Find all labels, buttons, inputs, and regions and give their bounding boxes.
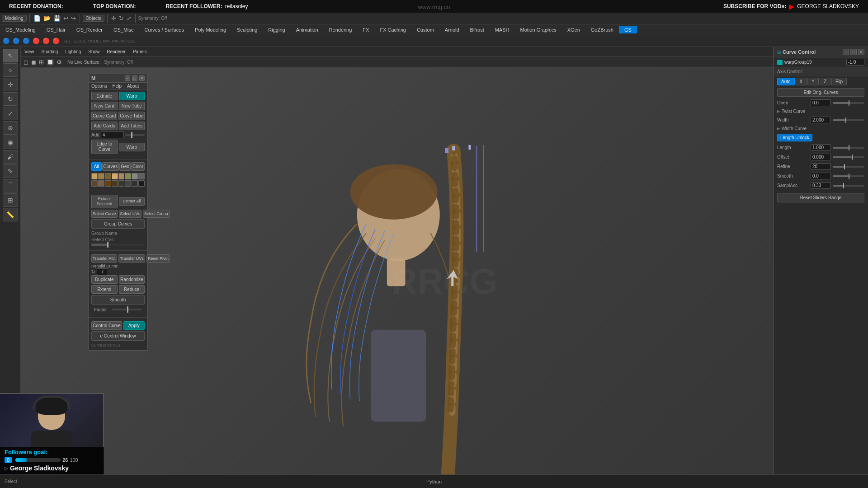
swatch-16[interactable] — [138, 180, 145, 187]
swatch-7[interactable] — [132, 173, 138, 179]
vp-icon3[interactable]: ⊞ — [38, 58, 45, 66]
swatch-1[interactable] — [91, 173, 98, 179]
group-curves-btn[interactable]: Group Curves — [91, 219, 145, 229]
add-tubes-btn[interactable]: Add Tubes — [119, 122, 145, 130]
swatch-8[interactable] — [138, 173, 145, 179]
new-scene-icon[interactable]: 📄 — [33, 14, 42, 22]
shading-menu[interactable]: Shading — [38, 48, 62, 55]
new-tube-btn[interactable]: New Tube — [119, 102, 145, 110]
orien-input[interactable] — [811, 99, 831, 106]
axis-auto-btn[interactable]: Auto — [777, 78, 795, 85]
group-value-input[interactable] — [846, 59, 864, 66]
extract-all-btn[interactable]: Extract All — [119, 197, 145, 206]
axis-flip-btn[interactable]: Flip — [831, 78, 847, 85]
menu-gs-hair[interactable]: GS_Hair — [41, 26, 71, 33]
open-icon[interactable]: 📂 — [42, 14, 52, 22]
menu-arnold[interactable]: Arnold — [439, 26, 465, 33]
vp-icon5[interactable]: ⚙ — [56, 58, 63, 66]
refine-slider[interactable] — [833, 166, 864, 168]
show-menu[interactable]: Show — [85, 48, 103, 55]
menu-curves-surfaces[interactable]: Curves / Surfaces — [139, 26, 189, 33]
minimize-btn[interactable]: − — [125, 75, 130, 81]
randomize-btn[interactable]: Randomize — [119, 275, 145, 284]
swatch-13[interactable] — [118, 180, 125, 187]
length-unlock-btn[interactable]: Length Unlock — [777, 134, 812, 141]
scale-icon[interactable]: ⤢ — [126, 14, 132, 22]
extrude-btn[interactable]: Extrude — [91, 92, 118, 100]
select-uvs-btn[interactable]: Select UVs — [119, 210, 142, 218]
curve-card-btn[interactable]: Curve Card — [91, 112, 117, 120]
offset-slider[interactable] — [833, 156, 864, 158]
add-input[interactable] — [101, 131, 124, 138]
sculpt-tool[interactable]: 🖌 — [3, 150, 18, 164]
menu-xgen[interactable]: XGen — [562, 26, 585, 33]
reset-sliders-btn[interactable]: Reset Sliders Range — [777, 193, 864, 202]
menu-gs-modeling[interactable]: GS_Modeling — [0, 26, 41, 33]
new-card-btn[interactable]: New Card — [91, 102, 118, 110]
curve-tool[interactable]: ⌒ — [3, 179, 18, 192]
duplicate-btn[interactable]: Duplicate — [91, 275, 118, 284]
smooth-input-rp[interactable] — [811, 173, 831, 179]
cvs-slider-bg[interactable] — [91, 244, 145, 246]
curve-tube-btn[interactable]: Curve Tube — [118, 112, 145, 120]
menu-poly-modeling[interactable]: Poly Modeling — [189, 26, 231, 33]
add-cards-btn[interactable]: Add Cards — [91, 122, 118, 130]
menu-fx[interactable]: FX — [357, 26, 374, 33]
extend-btn[interactable]: Extend — [91, 285, 118, 294]
objects-btn[interactable]: Objects — [83, 15, 104, 22]
apply-btn[interactable]: Apply — [123, 321, 145, 330]
reduce-btn[interactable]: Reduce — [119, 285, 145, 294]
swatch-3[interactable] — [105, 173, 111, 179]
undo-icon[interactable]: ↩ — [62, 14, 69, 22]
rp-close[interactable]: ✕ — [858, 49, 864, 55]
swatch-5[interactable] — [118, 173, 125, 179]
swatch-14[interactable] — [125, 180, 131, 187]
vp-icon1[interactable]: ◻ — [23, 58, 29, 66]
menu-fx-caching[interactable]: FX Caching — [374, 26, 411, 33]
move-tool[interactable]: ✛ — [3, 78, 18, 91]
menu-custom[interactable]: Custom — [411, 26, 439, 33]
maximize-btn[interactable]: □ — [132, 75, 137, 81]
menu-motion-graphics[interactable]: Motion Graphics — [515, 26, 562, 33]
tab-all[interactable]: All — [91, 162, 102, 171]
warp-btn2[interactable]: Warp — [119, 143, 145, 151]
tab-color[interactable]: Color — [131, 162, 145, 171]
mode-dropdown[interactable]: Modeling — [2, 15, 27, 22]
orien-slider[interactable] — [833, 102, 864, 104]
edit-orig-curves-btn[interactable]: Edit Orig. Curves — [777, 88, 864, 97]
refine-input[interactable] — [811, 163, 831, 170]
snap-tool[interactable]: ⊞ — [3, 193, 18, 207]
select-curve-btn[interactable]: Select Curve — [91, 210, 118, 218]
control-curve-btn[interactable]: Control Curve — [91, 321, 122, 330]
extract-selected-btn[interactable]: Extract Selected — [91, 195, 118, 208]
transfer-attr-btn[interactable]: Transfer Attr. — [91, 254, 117, 263]
universal-tool[interactable]: ⊕ — [3, 121, 18, 135]
menu-gozbrush[interactable]: GoZBrush — [585, 26, 619, 33]
reset-pivot-btn[interactable]: Reset Pivot — [146, 254, 170, 263]
axis-y-btn[interactable]: Y — [807, 78, 819, 85]
smooth-slider[interactable] — [833, 175, 864, 177]
panels-menu[interactable]: Panels — [129, 48, 151, 55]
options-menu[interactable]: Options — [89, 83, 109, 89]
atb3-icon[interactable]: 🔵 — [22, 37, 31, 45]
warp-btn[interactable]: Warp — [119, 92, 145, 100]
width-input[interactable] — [811, 117, 831, 123]
width-curve-expand[interactable]: ▶ — [777, 127, 780, 131]
atb2-icon[interactable]: 🔵 — [12, 37, 21, 45]
view-menu[interactable]: View — [21, 48, 38, 55]
menu-gs-misc[interactable]: GS_Misc — [108, 26, 139, 33]
help-menu[interactable]: Help — [109, 83, 124, 89]
act2-icon[interactable]: 🔴 — [42, 37, 51, 45]
length-slider[interactable] — [833, 147, 864, 149]
vp-icon4[interactable]: 🔲 — [46, 58, 55, 66]
rp-maximize[interactable]: □ — [850, 49, 857, 55]
axis-x-btn[interactable]: X — [796, 78, 807, 85]
measure-tool[interactable]: 📏 — [3, 208, 18, 221]
menu-gs-render[interactable]: GS_Render — [71, 26, 108, 33]
swatch-2[interactable] — [98, 173, 104, 179]
twist-expand-arrow[interactable]: ▶ — [777, 109, 780, 113]
tab-curves[interactable]: Curves — [102, 162, 119, 171]
act1-icon[interactable]: 🔴 — [32, 37, 41, 45]
factor-slider[interactable] — [112, 309, 142, 310]
length-input[interactable] — [811, 144, 831, 151]
